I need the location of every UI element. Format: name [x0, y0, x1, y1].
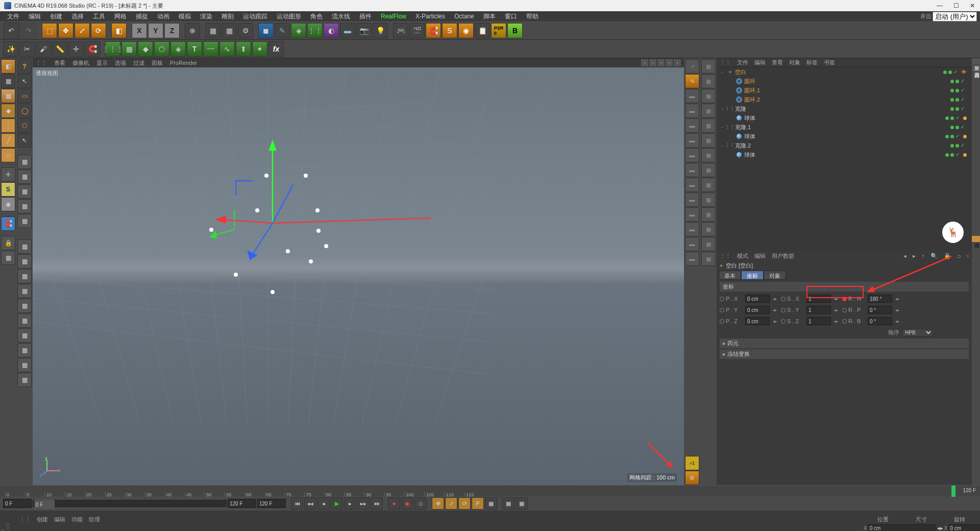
mograph-cloner[interactable]: ⋮⋮⋮: [105, 41, 120, 57]
om-tags[interactable]: 标签: [806, 59, 818, 66]
newwin-icon[interactable]: ▫: [967, 253, 969, 259]
om-object[interactable]: 对象: [789, 59, 800, 66]
side-a2[interactable]: ✎: [685, 74, 699, 88]
menu-window[interactable]: 窗口: [501, 11, 521, 22]
range-end2[interactable]: [257, 499, 286, 508]
side-b10[interactable]: ▦: [701, 192, 716, 207]
redo-button[interactable]: ↷: [20, 22, 37, 39]
autokey[interactable]: ◉: [401, 497, 413, 510]
tree-row[interactable]: -⋮⋮克隆.1✓: [717, 123, 972, 132]
vm-view[interactable]: 查看: [54, 59, 65, 67]
grid-o[interactable]: ▦: [17, 373, 32, 387]
tab-coord[interactable]: 坐标: [741, 271, 764, 280]
floor-object[interactable]: ▬: [340, 23, 355, 38]
side-a1[interactable]: ↗: [685, 59, 699, 74]
side-b14[interactable]: ▦: [701, 252, 716, 266]
side-a7[interactable]: ▬: [685, 148, 699, 162]
coord-system[interactable]: ⊕: [185, 23, 200, 38]
pen-tool[interactable]: ✎: [275, 23, 290, 38]
menu-select[interactable]: 选择: [67, 11, 88, 22]
sx-input[interactable]: [806, 295, 831, 303]
collapse-quaternion[interactable]: 四元: [720, 339, 969, 348]
grid-n[interactable]: ▦: [17, 358, 32, 372]
vp-icon1[interactable]: ▫: [641, 59, 648, 66]
vp-icon5[interactable]: ▫: [674, 59, 681, 66]
rh-input[interactable]: [868, 295, 892, 303]
tab-object[interactable]: 对象: [764, 271, 786, 280]
menu-render[interactable]: 渲染: [196, 11, 216, 22]
grid-a[interactable]: ▦: [17, 155, 32, 169]
key-param[interactable]: P: [472, 497, 484, 510]
undo-button[interactable]: ↶: [3, 22, 19, 39]
side-gear[interactable]: ⚙: [685, 471, 699, 485]
side-b1[interactable]: ▦: [701, 59, 716, 74]
cursor-icon[interactable]: ↖: [17, 74, 32, 88]
grid-k[interactable]: ▦: [17, 313, 32, 328]
sculpt-tool[interactable]: S: [442, 23, 457, 38]
fx-tool[interactable]: fx: [268, 41, 284, 57]
cube-primitive[interactable]: ◼: [258, 23, 274, 38]
mograph-tracer[interactable]: 〰: [203, 41, 218, 57]
menu-edit[interactable]: 编辑: [24, 11, 45, 22]
z-axis-lock[interactable]: Z: [164, 23, 180, 38]
side-b7[interactable]: ▦: [701, 148, 716, 162]
tree-row[interactable]: 球体✓: [717, 113, 972, 123]
mograph-text[interactable]: T: [187, 41, 202, 57]
menu-snap[interactable]: 捕捉: [132, 11, 152, 22]
select-tool[interactable]: ⬚: [42, 23, 57, 38]
side-b4[interactable]: ▦: [701, 104, 716, 118]
side-b13[interactable]: ▦: [701, 237, 716, 251]
start-frame-input[interactable]: [3, 499, 32, 508]
mograph-instance[interactable]: ◈: [170, 41, 186, 57]
menu-pipeline[interactable]: 流水线: [328, 11, 354, 22]
grid-m[interactable]: ▦: [17, 343, 32, 357]
render-settings[interactable]: ⚙: [238, 23, 253, 38]
side-b11[interactable]: ▦: [701, 207, 716, 222]
y-axis-lock[interactable]: Y: [148, 23, 163, 38]
object-tree[interactable]: -⌖空白✓👁圆环✓圆环.1✓圆环.2✓-⋮⋮克隆✓球体✓-⋮⋮克隆.1✓球体✓-…: [717, 67, 972, 251]
next-key[interactable]: ▸▸: [357, 497, 370, 510]
side-a6[interactable]: ▬: [685, 133, 699, 148]
knife-tool[interactable]: ✂: [19, 41, 35, 57]
tab-basic[interactable]: 基本: [719, 271, 741, 280]
brush-tool[interactable]: 🖌: [36, 41, 51, 57]
am-userdata[interactable]: 用户数据: [772, 252, 794, 260]
side-b3[interactable]: ▦: [701, 89, 716, 103]
sy-input[interactable]: [806, 306, 831, 314]
menu-file[interactable]: 文件: [3, 11, 23, 22]
array-generator[interactable]: ⋮⋮: [307, 23, 323, 38]
point-mode[interactable]: ⋮: [1, 118, 15, 133]
menu-tracker[interactable]: 运动跟踪: [239, 11, 272, 22]
psr-reset[interactable]: PSR0: [491, 23, 506, 38]
side-a12[interactable]: ▬: [685, 222, 699, 236]
mograph-matrix[interactable]: ▦: [121, 41, 137, 57]
play-fwd[interactable]: ▶: [331, 497, 343, 510]
side-a8[interactable]: ▬: [685, 163, 699, 177]
grid-c[interactable]: ▦: [17, 184, 32, 199]
lock-icon[interactable]: 🔒: [944, 253, 951, 259]
menu-plugins[interactable]: 插件: [355, 11, 376, 22]
side-a10[interactable]: ▬: [685, 192, 699, 207]
om-bookmarks[interactable]: 书签: [824, 59, 835, 66]
mm-edit[interactable]: 编辑: [54, 516, 65, 523]
layout-select[interactable]: 启动 (用户): [933, 12, 977, 21]
key-rot[interactable]: ⟳: [458, 497, 471, 510]
help-icon[interactable]: ?: [17, 59, 32, 74]
vm-options[interactable]: 选项: [115, 59, 126, 67]
menu-character[interactable]: 角色: [306, 11, 327, 22]
tree-row[interactable]: 圆环✓: [717, 77, 972, 86]
x-axis-lock[interactable]: X: [132, 23, 147, 38]
icon-grip[interactable]: ⋮⋮: [36, 60, 47, 66]
prev-frame[interactable]: ◂: [317, 497, 330, 510]
perspective-viewport[interactable]: 透视视图: [33, 67, 684, 485]
menu-script[interactable]: 脚本: [479, 11, 500, 22]
render-region[interactable]: ▦: [222, 23, 237, 38]
icon-grip[interactable]: ⋮⋮: [19, 516, 31, 523]
paint-tool[interactable]: ◉: [458, 23, 474, 38]
tree-row[interactable]: 圆环.2✓: [717, 95, 972, 104]
subdiv-surface[interactable]: ◈: [291, 23, 306, 38]
rb-input[interactable]: [868, 317, 892, 325]
vp-icon3[interactable]: ▫: [657, 59, 665, 66]
mm-create[interactable]: 创建: [37, 516, 48, 523]
scale-tool[interactable]: ⤢: [75, 23, 90, 38]
